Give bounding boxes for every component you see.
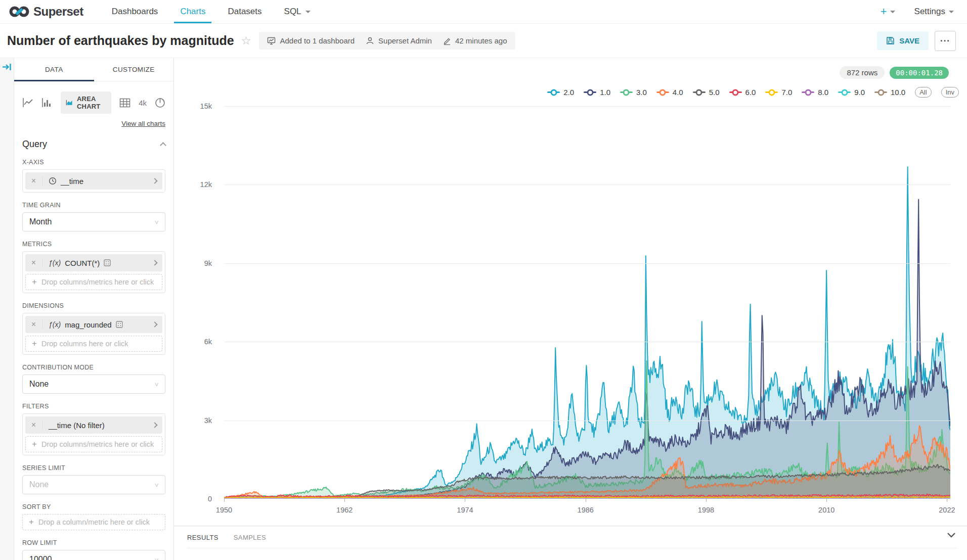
legend-item-10.0[interactable]: 10.0 [874,88,905,97]
chart-area: 872 rows 00:00:01.28 2.01.03.04.05.06.07… [174,58,967,526]
chevron-down-icon [949,11,954,13]
series-limit-select[interactable]: None v [22,475,165,494]
time-grain-group: TIME GRAIN Month v [22,202,165,231]
legend-item-6.0[interactable]: 6.0 [729,88,756,97]
certified-grid-icon [116,321,123,328]
contribution-mode-group: CONTRIBUTION MODE None v [22,364,165,394]
save-button[interactable]: SAVE [877,31,929,50]
legend-marker-icon [765,91,778,93]
nav-item-sql[interactable]: SQL [273,0,322,23]
pie-chart-icon[interactable] [155,98,165,108]
function-icon: ƒ(x) [49,259,61,267]
favorite-star-icon[interactable]: ☆ [241,34,251,48]
viz-type-area-chart[interactable]: AREA CHART [61,91,111,114]
y-axis-tick-label: 12k [200,180,212,189]
remove-icon[interactable]: × [25,176,42,185]
time-grain-select[interactable]: Month v [22,212,165,231]
collapse-section-icon[interactable] [160,142,166,149]
y-axis-tick-label: 0 [208,495,212,503]
tab-customize[interactable]: CUSTOMIZE [94,58,174,81]
legend-inv-button[interactable]: Inv [941,87,959,98]
function-icon: ƒ(x) [49,320,61,329]
legend-all-button[interactable]: All [915,87,931,98]
metrics-dropzone[interactable]: + Drop columns/metrics here or click [25,274,162,290]
legend-item-9.0[interactable]: 9.0 [838,88,865,97]
settings-menu[interactable]: Settings [914,7,954,17]
contribution-mode-select[interactable]: None v [22,375,165,394]
tab-data[interactable]: DATA [14,58,94,81]
bar-chart-icon[interactable] [41,98,53,108]
gridline [224,106,950,107]
dimension-field[interactable]: × ƒ(x) mag_rounded [25,316,162,333]
panel-scroll-area: AREA CHART 4k View all charts Query X-AX… [14,81,173,560]
chevron-down-icon: v [155,381,159,387]
nav-item-datasets[interactable]: Datasets [216,0,273,23]
collapse-results-icon[interactable] [947,531,956,540]
table-chart-icon[interactable] [119,98,130,108]
expand-field-icon[interactable] [147,423,162,427]
nav-item-charts[interactable]: Charts [169,0,216,23]
floppy-disk-icon [886,36,895,45]
sort-by-dropzone[interactable]: + Drop a column/metric here or click [22,514,165,530]
owner-badge[interactable]: Superset Admin [366,36,432,45]
row-limit-select[interactable]: 10000 v [22,550,165,560]
user-icon [366,36,374,45]
brand-name: Superset [33,5,83,19]
area-chart-icon [66,98,73,107]
area-chart-svg [224,106,950,499]
more-options-button[interactable]: ··· [935,31,956,51]
filters-dropzone[interactable]: + Drop columns/metrics here or click [25,436,162,452]
filter-field[interactable]: × __time (No filter) [25,416,162,434]
remove-icon[interactable]: × [25,320,42,329]
superset-logo[interactable]: Superset [9,0,83,23]
plus-icon: + [32,277,37,287]
expand-field-icon[interactable] [147,261,162,265]
chart-legend: 2.01.03.04.05.06.07.08.09.010.0AllInv [547,87,959,98]
dimensions-dropzone[interactable]: + Drop columns here or click [25,336,162,352]
remove-icon[interactable]: × [25,421,42,430]
legend-item-7.0[interactable]: 7.0 [765,88,792,97]
expand-panel-icon[interactable] [2,63,12,71]
chart-header: Number of earthquakes by magnitude ☆ Add… [0,24,967,58]
view-all-charts-link[interactable]: View all charts [121,120,165,127]
top-nav: Superset Dashboards Charts Datasets SQL … [0,0,967,24]
viz-type-4k[interactable]: 4k [139,99,147,107]
new-item-button[interactable]: + [881,5,895,18]
infinity-logo-icon [9,5,29,18]
x-axis-field[interactable]: × __time [25,172,162,190]
dashboards-badge[interactable]: Added to 1 dashboard [267,36,355,45]
metric-field[interactable]: × ƒ(x) COUNT(*) [25,254,162,271]
expand-field-icon[interactable] [147,322,162,326]
chevron-down-icon: v [155,482,159,488]
legend-item-4.0[interactable]: 4.0 [656,88,683,97]
legend-item-8.0[interactable]: 8.0 [802,88,828,97]
nav-item-dashboards[interactable]: Dashboards [101,0,169,23]
expand-field-icon[interactable] [147,179,162,183]
legend-item-1.0[interactable]: 1.0 [584,88,610,97]
legend-marker-icon [729,91,742,93]
nav-items: Dashboards Charts Datasets SQL [101,0,322,23]
legend-item-5.0[interactable]: 5.0 [693,88,720,97]
remove-icon[interactable]: × [25,258,42,267]
viz-type-selector: AREA CHART 4k [22,91,165,114]
x-axis-tick-label: 2010 [818,506,834,514]
x-axis-tick [947,499,947,502]
x-axis-tick-label: 2022 [939,506,955,514]
line-chart-icon[interactable] [22,98,33,108]
y-axis-tick-label: 3k [204,416,212,425]
tab-results[interactable]: RESULTS [187,534,218,541]
legend-item-3.0[interactable]: 3.0 [620,88,647,97]
last-modified-badge[interactable]: 42 minutes ago [443,36,507,45]
chart-meta-bar: Added to 1 dashboard Superset Admin 42 m… [259,32,515,50]
legend-item-2.0[interactable]: 2.0 [547,88,574,97]
tab-samples[interactable]: SAMPLES [234,534,266,541]
legend-marker-icon [584,91,596,93]
gridline [224,263,950,264]
x-axis-group: X-AXIS × __time [22,159,165,193]
y-axis-tick-label: 15k [200,102,212,110]
row-count-badge: 872 rows [840,66,885,79]
gridline [224,421,950,421]
plot-area[interactable]: 1950196219741986199820102022 [224,106,950,499]
x-axis-tick-label: 1962 [336,506,353,514]
gridline [224,342,950,342]
